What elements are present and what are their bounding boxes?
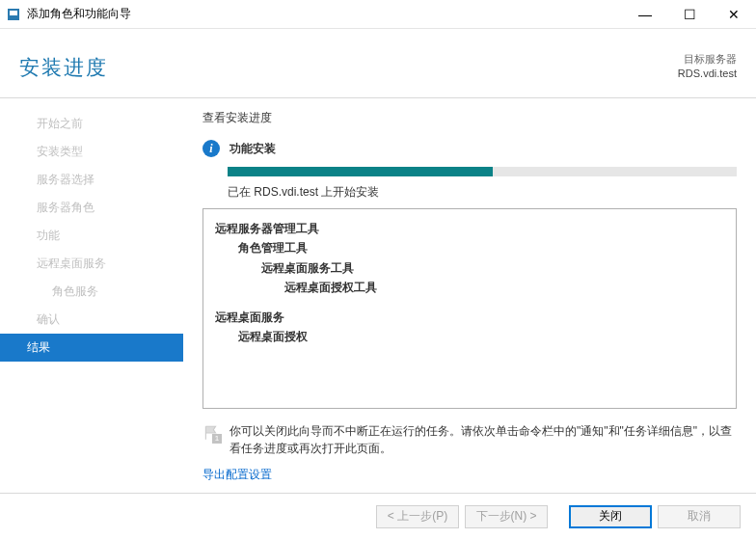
prev-button: < 上一步(P) xyxy=(376,505,459,528)
header: 安装进度 目标服务器 RDS.vdi.test xyxy=(0,29,756,98)
features-box[interactable]: 远程服务器管理工具角色管理工具远程桌面服务工具远程桌面授权工具远程桌面服务远程桌… xyxy=(202,208,737,409)
target-server: 目标服务器 RDS.vdi.test xyxy=(678,52,737,82)
titlebar: 添加角色和功能向导 — ☐ ✕ xyxy=(0,0,756,29)
svg-rect-1 xyxy=(10,11,17,15)
window-title: 添加角色和功能向导 xyxy=(27,6,623,22)
flag-icon: 1 xyxy=(202,424,220,442)
sidebar-step-2: 服务器选择 xyxy=(0,166,183,194)
feature-item: 角色管理工具 xyxy=(215,238,724,257)
note-text: 你可以关闭此向导而不中断正在运行的任务。请依次单击命令栏中的"通知"和"任务详细… xyxy=(230,422,737,457)
info-icon: i xyxy=(202,140,220,157)
cancel-button: 取消 xyxy=(658,505,741,528)
sidebar-step-7: 确认 xyxy=(0,306,183,334)
sidebar-step-3: 服务器角色 xyxy=(0,194,183,222)
sidebar-step-1: 安装类型 xyxy=(0,138,183,166)
maximize-button[interactable]: ☐ xyxy=(667,0,712,29)
sidebar-step-8[interactable]: 结果 xyxy=(0,334,183,362)
note-row: 1 你可以关闭此向导而不中断正在运行的任务。请依次单击命令栏中的"通知"和"任务… xyxy=(202,422,737,457)
feature-item: 远程桌面服务工具 xyxy=(215,258,724,278)
footer: < 上一步(P) 下一步(N) > 关闭 取消 xyxy=(0,493,756,539)
progress-fill xyxy=(228,167,493,176)
content: 查看安装进度 i 功能安装 已在 RDS.vdi.test 上开始安装 远程服务… xyxy=(183,98,756,493)
view-label: 查看安装进度 xyxy=(202,110,737,126)
body: 开始之前安装类型服务器选择服务器角色功能远程桌面服务角色服务确认结果 查看安装进… xyxy=(0,98,756,493)
feature-item: 远程桌面授权 xyxy=(215,327,724,346)
sidebar-step-4: 功能 xyxy=(0,222,183,250)
feature-item: 远程桌面服务 xyxy=(215,308,724,327)
sidebar-step-6: 角色服务 xyxy=(0,278,183,306)
sidebar-step-0: 开始之前 xyxy=(0,110,183,138)
app-icon xyxy=(6,7,21,22)
feature-item: 远程桌面授权工具 xyxy=(215,278,724,297)
sidebar: 开始之前安装类型服务器选择服务器角色功能远程桌面服务角色服务确认结果 xyxy=(0,98,183,493)
target-value: RDS.vdi.test xyxy=(678,67,737,81)
target-label: 目标服务器 xyxy=(678,52,737,67)
status-text: 功能安装 xyxy=(230,141,276,157)
progress-message: 已在 RDS.vdi.test 上开始安装 xyxy=(228,184,737,201)
feature-item: 远程服务器管理工具 xyxy=(215,219,724,238)
status-row: i 功能安装 xyxy=(202,140,737,157)
page-title: 安装进度 xyxy=(19,54,108,81)
next-button: 下一步(N) > xyxy=(465,505,548,528)
sidebar-step-5: 远程桌面服务 xyxy=(0,250,183,278)
close-button[interactable]: 关闭 xyxy=(569,505,652,528)
close-window-button[interactable]: ✕ xyxy=(712,0,756,29)
window-controls: — ☐ ✕ xyxy=(623,0,756,29)
progress-bar xyxy=(228,167,737,176)
minimize-button[interactable]: — xyxy=(623,0,667,29)
export-config-link[interactable]: 导出配置设置 xyxy=(202,467,272,483)
